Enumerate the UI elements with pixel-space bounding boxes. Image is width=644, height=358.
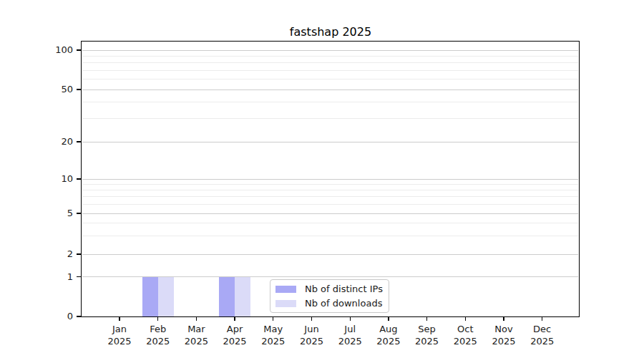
legend-item-distinct-ips: Nb of distinct IPs xyxy=(275,283,383,295)
x-tick-mark xyxy=(426,316,427,321)
minor-gridline xyxy=(82,102,578,102)
minor-gridline xyxy=(82,184,578,185)
y-tick-label: 50 xyxy=(21,84,73,95)
legend-swatch-distinct-ips xyxy=(275,286,296,293)
major-gridline xyxy=(82,213,578,214)
major-gridline xyxy=(82,50,578,51)
x-tick-mark xyxy=(542,316,542,321)
x-tick-mark xyxy=(273,316,273,321)
legend-item-downloads: Nb of downloads xyxy=(275,297,383,309)
legend-swatch-downloads xyxy=(275,300,296,307)
minor-gridline xyxy=(82,236,578,236)
y-tick-mark xyxy=(77,316,82,316)
legend-label-downloads: Nb of downloads xyxy=(305,298,382,309)
major-gridline xyxy=(82,179,578,180)
major-gridline xyxy=(82,142,578,142)
bar-distinct-ips-feb xyxy=(142,277,158,317)
minor-gridline xyxy=(82,79,578,79)
x-tick-mark xyxy=(234,316,235,321)
major-gridline xyxy=(82,254,578,255)
x-tick-mark xyxy=(350,316,351,321)
minor-gridline xyxy=(82,190,578,190)
y-tick-mark xyxy=(77,141,82,142)
chart-title: fastshap 2025 xyxy=(82,25,580,39)
y-tick-mark xyxy=(77,213,82,213)
x-tick-mark xyxy=(388,316,389,321)
download-stats-chart: fastshap 2025 0125102050100Jan 2025Feb 2… xyxy=(0,0,644,358)
y-tick-label: 5 xyxy=(21,208,73,219)
y-tick-label: 1 xyxy=(21,271,73,283)
y-tick-mark xyxy=(77,178,82,179)
x-tick-mark xyxy=(119,316,119,321)
x-tick-mark xyxy=(311,316,312,321)
y-tick-label: 10 xyxy=(21,173,73,185)
minor-gridline xyxy=(82,118,578,119)
minor-gridline xyxy=(82,223,578,223)
x-tick-mark xyxy=(465,316,466,321)
x-tick-mark xyxy=(157,316,158,321)
bar-downloads-apr xyxy=(235,277,250,317)
y-tick-label: 2 xyxy=(21,248,73,260)
x-tick-label: Dec 2025 xyxy=(519,324,565,347)
y-tick-label: 20 xyxy=(21,136,73,147)
x-tick-mark xyxy=(503,316,504,321)
x-tick-mark xyxy=(196,316,197,321)
minor-gridline xyxy=(82,196,578,197)
legend: Nb of distinct IPs Nb of downloads xyxy=(270,279,389,313)
bar-downloads-feb xyxy=(158,277,174,317)
major-gridline xyxy=(82,90,578,90)
minor-gridline xyxy=(82,70,578,71)
minor-gridline xyxy=(82,62,578,63)
y-tick-label: 100 xyxy=(21,44,73,56)
bar-distinct-ips-apr xyxy=(219,277,235,317)
legend-label-distinct-ips: Nb of distinct IPs xyxy=(305,284,383,294)
y-tick-mark xyxy=(77,89,82,90)
y-tick-mark xyxy=(77,49,82,50)
y-tick-mark xyxy=(77,276,82,277)
y-tick-label: 0 xyxy=(21,311,73,322)
minor-gridline xyxy=(82,204,578,205)
y-tick-mark xyxy=(77,253,82,254)
minor-gridline xyxy=(82,56,578,57)
